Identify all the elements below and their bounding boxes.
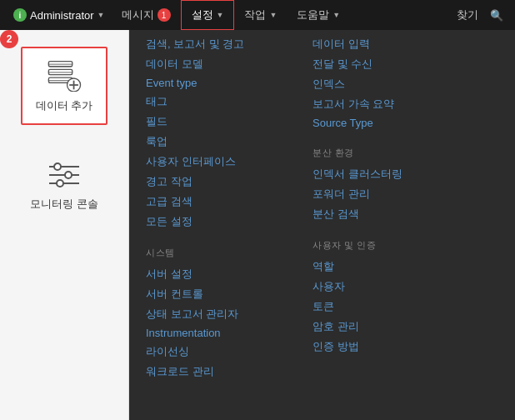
nav-brand[interactable]: i Administrator ▼ <box>7 8 112 22</box>
menu-link-distributed-search[interactable]: 분산 검색 <box>312 204 446 224</box>
monitoring-icon <box>45 160 83 190</box>
svg-point-17 <box>57 180 63 187</box>
menu-link-report-acceleration[interactable]: 보고서 가속 요약 <box>312 94 446 114</box>
menu-link-forwarding[interactable]: 전달 및 수신 <box>312 54 446 74</box>
menu-link-indexes[interactable]: 인덱스 <box>312 74 446 94</box>
info-icon: i <box>13 8 27 22</box>
menu-link-ui[interactable]: 사용자 인터페이스 <box>146 152 279 172</box>
menu-link-instrumentation[interactable]: Instrumentation <box>146 324 279 342</box>
menu-link-auth-method[interactable]: 인증 방법 <box>312 337 446 357</box>
tasks-label: 작업 <box>244 8 266 22</box>
add-data-label: 데이터 추가 <box>36 98 93 113</box>
help-caret: ▼ <box>332 11 340 19</box>
menu-link-users[interactable]: 사용자 <box>312 277 446 297</box>
menu-link-source-type[interactable]: Source Type <box>312 114 446 132</box>
nav-brand-caret: ▼ <box>98 11 105 19</box>
messages-badge: 1 <box>158 8 171 22</box>
tasks-caret: ▼ <box>269 11 277 19</box>
menu-link-status-report[interactable]: 상태 보고서 관리자 <box>146 304 279 324</box>
nav-brand-label: Administrator <box>30 9 94 22</box>
menu-link-tokens[interactable]: 토큰 <box>312 297 446 317</box>
section-title-users-auth: 사용자 및 인증 <box>312 236 446 257</box>
menu-link-password-management[interactable]: 암호 관리 <box>312 317 446 337</box>
nav-item-messages[interactable]: 메시지 1 <box>112 0 181 30</box>
nav-item-settings[interactable]: 설정 ▼ <box>181 0 235 30</box>
menu-link-server-settings[interactable]: 서버 설정 <box>146 264 279 284</box>
nav-items: 메시지 1 설정 ▼ 작업 ▼ 도움말 ▼ <box>112 0 451 30</box>
menu-link-forwarder-management[interactable]: 포워더 관리 <box>312 184 446 204</box>
messages-label: 메시지 <box>122 8 154 22</box>
svg-point-15 <box>65 172 72 178</box>
menu-link-lookup[interactable]: 룩업 <box>146 132 279 152</box>
search-icon[interactable]: 🔍 <box>485 9 508 22</box>
menu-link-licensing[interactable]: 라이선싱 <box>146 342 279 362</box>
menu-link-data-input[interactable]: 데이터 입력 <box>312 34 446 54</box>
section-title-distributed: 분산 환경 <box>312 143 446 164</box>
menu-link-workload[interactable]: 워크로드 관리 <box>146 362 279 382</box>
menu-link-fields[interactable]: 필드 <box>146 112 279 132</box>
menu-link-tags[interactable]: 태그 <box>146 92 279 112</box>
sidebar: 데이터 추가 모니터링 콘솔 <box>0 30 129 420</box>
menu-link-server-control[interactable]: 서버 컨트롤 <box>146 284 279 304</box>
monitoring-label: 모니터링 콘솔 <box>30 197 98 212</box>
svg-rect-3 <box>48 69 72 74</box>
search-label[interactable]: 찾기 <box>450 8 485 22</box>
navbar: i Administrator ▼ 메시지 1 설정 ▼ 작업 ▼ 도움말 ▼ … <box>0 0 515 30</box>
sidebar-item-add-data[interactable]: 데이터 추가 <box>21 47 108 125</box>
menu-link-indexer-clustering[interactable]: 인덱서 클러스터링 <box>312 164 446 184</box>
menu-column-2: 데이터 데이터 입력 전달 및 수신 인덱스 보고서 가속 요약 Source … <box>312 13 446 407</box>
menu-link-roles[interactable]: 역할 <box>312 257 446 277</box>
sidebar-item-monitoring[interactable]: 모니터링 콘솔 <box>17 150 112 222</box>
help-label: 도움말 <box>297 8 329 22</box>
nav-item-help[interactable]: 도움말 ▼ <box>287 0 350 30</box>
step-badge: 2 <box>0 30 18 48</box>
menu-link-data-models[interactable]: 데이터 모델 <box>146 54 279 74</box>
menu-link-search-reports[interactable]: 검색, 보고서 및 경고 <box>146 34 279 54</box>
svg-point-13 <box>54 163 61 170</box>
settings-caret: ▼ <box>217 11 224 19</box>
section-title-system: 시스템 <box>146 243 279 264</box>
dropdown-menu: 지식 검색, 보고서 및 경고 데이터 모델 Event type 태그 필드 … <box>129 0 515 420</box>
search-area: 찾기 🔍 <box>450 8 508 22</box>
menu-column-1: 지식 검색, 보고서 및 경고 데이터 모델 Event type 태그 필드 … <box>146 13 279 407</box>
add-data-icon <box>43 58 85 92</box>
menu-link-advanced-search[interactable]: 고급 검색 <box>146 192 279 212</box>
menu-link-event-type[interactable]: Event type <box>146 74 279 92</box>
nav-item-tasks[interactable]: 작업 ▼ <box>234 0 287 30</box>
menu-link-alert-actions[interactable]: 경고 작업 <box>146 172 279 192</box>
menu-link-all-settings[interactable]: 모든 설정 <box>146 212 279 232</box>
settings-label: 설정 <box>192 8 213 22</box>
